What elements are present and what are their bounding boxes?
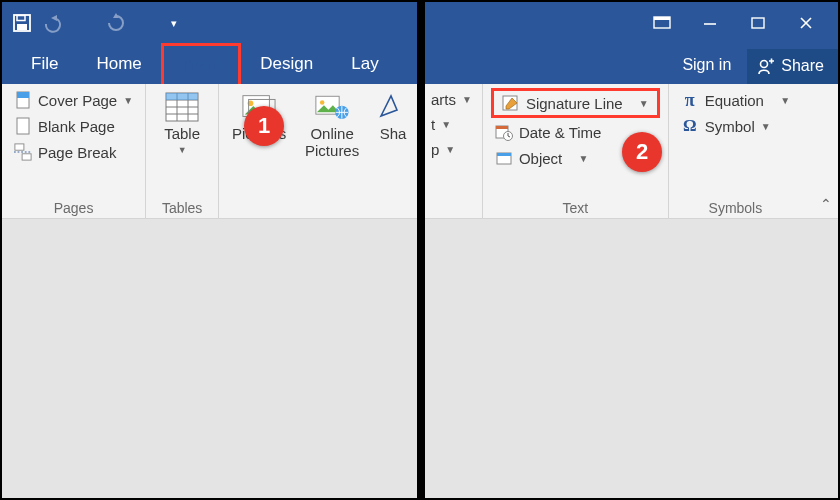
svg-rect-15 bbox=[166, 93, 198, 100]
cover-page-icon bbox=[14, 91, 32, 109]
page-break-button[interactable]: Page Break bbox=[10, 140, 137, 164]
ribbon-left: Cover Page ▼ Blank Page Page Break Pages bbox=[2, 84, 417, 219]
tab-insert[interactable]: Insert bbox=[161, 43, 242, 84]
signature-line-label: Signature Line bbox=[526, 95, 623, 112]
object-label: Object bbox=[519, 150, 562, 167]
shapes-label: Sha bbox=[380, 126, 407, 143]
symbol-icon: Ω bbox=[681, 117, 699, 135]
svg-point-20 bbox=[320, 100, 324, 104]
pane-divider bbox=[417, 2, 425, 498]
partial-p[interactable]: p▼ bbox=[427, 138, 476, 161]
chevron-down-icon: ▼ bbox=[761, 121, 771, 132]
undo-icon[interactable] bbox=[40, 9, 68, 37]
table-button[interactable]: Table ▼ bbox=[154, 88, 210, 196]
symbol-label: Symbol bbox=[705, 118, 755, 135]
cover-page-label: Cover Page bbox=[38, 92, 117, 109]
ribbon-right: arts▼ t▼ p▼ Signature Line ▼ Date & Time bbox=[425, 84, 838, 219]
ribbon-tabs: File Home Insert Design Lay bbox=[2, 44, 417, 84]
blank-page-label: Blank Page bbox=[38, 118, 115, 135]
svg-rect-31 bbox=[496, 126, 508, 129]
document-area[interactable] bbox=[425, 219, 838, 498]
svg-rect-5 bbox=[17, 118, 29, 134]
cover-page-button[interactable]: Cover Page ▼ bbox=[10, 88, 137, 112]
svg-rect-4 bbox=[17, 92, 29, 98]
sign-in-button[interactable]: Sign in bbox=[682, 56, 747, 84]
date-time-icon bbox=[495, 123, 513, 141]
document-area[interactable] bbox=[2, 219, 417, 498]
chevron-down-icon: ▼ bbox=[123, 95, 133, 106]
symbol-button[interactable]: Ω Symbol ▼ bbox=[677, 114, 794, 138]
signature-line-icon bbox=[502, 94, 520, 112]
group-symbols: π Equation ▼ Ω Symbol ▼ Symbols bbox=[669, 84, 802, 218]
equation-icon: π bbox=[681, 91, 699, 109]
equation-button[interactable]: π Equation ▼ bbox=[677, 88, 794, 112]
group-pages-title: Pages bbox=[10, 196, 137, 218]
group-text-title: Text bbox=[491, 196, 660, 218]
table-label: Table bbox=[164, 126, 200, 143]
maximize-icon[interactable] bbox=[736, 9, 780, 37]
page-break-label: Page Break bbox=[38, 144, 116, 161]
page-break-icon bbox=[14, 143, 32, 161]
chevron-down-icon: ▼ bbox=[639, 98, 649, 109]
title-bar-right bbox=[425, 2, 838, 44]
share-label: Share bbox=[781, 57, 824, 75]
chevron-down-icon: ▼ bbox=[780, 95, 790, 106]
share-button[interactable]: Share bbox=[747, 49, 838, 84]
blank-page-icon bbox=[14, 117, 32, 135]
svg-rect-7 bbox=[22, 154, 31, 160]
redo-icon[interactable] bbox=[102, 9, 130, 37]
share-icon bbox=[757, 57, 775, 75]
group-tables: Table ▼ Tables bbox=[146, 84, 219, 218]
close-icon[interactable] bbox=[784, 9, 828, 37]
partial-arts[interactable]: arts▼ bbox=[427, 88, 476, 111]
online-pictures-button[interactable]: Online Pictures bbox=[297, 88, 367, 196]
online-pictures-label: Online Pictures bbox=[297, 126, 367, 159]
svg-rect-23 bbox=[654, 17, 670, 20]
chevron-down-icon: ▼ bbox=[578, 153, 588, 164]
online-pictures-icon bbox=[315, 90, 349, 124]
svg-rect-6 bbox=[15, 144, 24, 150]
group-pages: Cover Page ▼ Blank Page Page Break Pages bbox=[2, 84, 146, 218]
collapse-ribbon-icon[interactable]: ⌃ bbox=[820, 196, 832, 212]
minimize-icon[interactable] bbox=[688, 9, 732, 37]
ribbon-display-options-icon[interactable] bbox=[640, 9, 684, 37]
svg-rect-25 bbox=[752, 18, 764, 28]
callout-2: 2 bbox=[622, 132, 662, 172]
equation-label: Equation bbox=[705, 92, 764, 109]
chevron-down-icon: ▼ bbox=[178, 145, 187, 155]
group-symbols-title: Symbols bbox=[677, 196, 794, 218]
shapes-icon bbox=[376, 90, 410, 124]
svg-point-28 bbox=[761, 61, 768, 68]
customize-qat-icon[interactable]: ▾ bbox=[160, 9, 188, 37]
group-illustrations: Pictures Online Pictures Sha bbox=[219, 84, 421, 218]
blank-page-button[interactable]: Blank Page bbox=[10, 114, 137, 138]
shapes-button[interactable]: Sha bbox=[373, 88, 413, 196]
svg-rect-34 bbox=[497, 153, 511, 156]
callout-1: 1 bbox=[244, 106, 284, 146]
svg-rect-1 bbox=[17, 16, 25, 21]
save-icon[interactable] bbox=[8, 9, 36, 37]
date-time-label: Date & Time bbox=[519, 124, 602, 141]
table-icon bbox=[165, 90, 199, 124]
group-partial: arts▼ t▼ p▼ bbox=[425, 84, 483, 218]
object-icon bbox=[495, 149, 513, 167]
title-bar: ▾ bbox=[2, 2, 417, 44]
tab-layout[interactable]: Lay bbox=[332, 43, 385, 84]
group-tables-title: Tables bbox=[154, 196, 210, 218]
tab-file[interactable]: File bbox=[12, 43, 77, 84]
tab-design[interactable]: Design bbox=[241, 43, 332, 84]
tab-home[interactable]: Home bbox=[77, 43, 160, 84]
signature-line-button[interactable]: Signature Line ▼ bbox=[491, 88, 660, 118]
partial-t[interactable]: t▼ bbox=[427, 113, 476, 136]
svg-rect-2 bbox=[17, 24, 27, 30]
ribbon-tabs-right: Sign in Share bbox=[425, 44, 838, 84]
